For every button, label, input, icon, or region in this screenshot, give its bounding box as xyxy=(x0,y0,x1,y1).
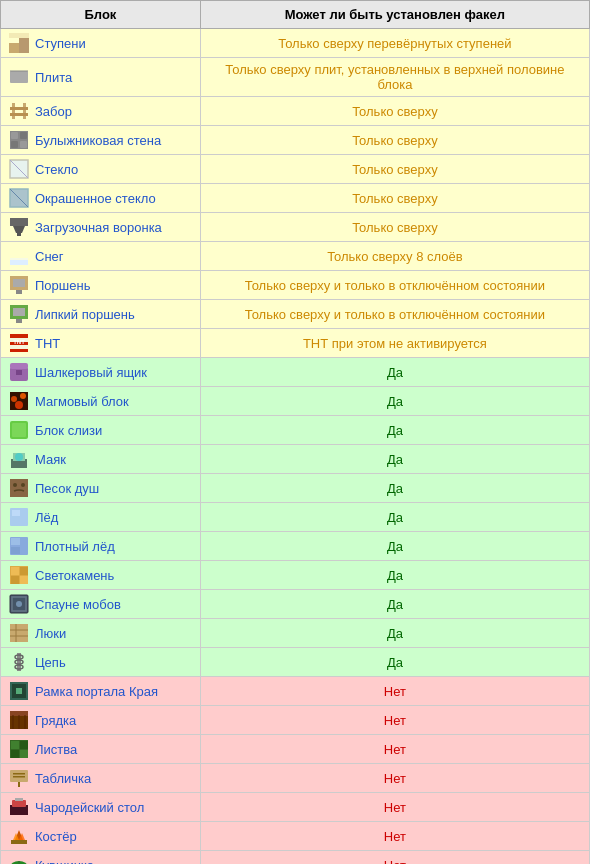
block-name-fence: Забор xyxy=(35,104,72,119)
value-cell-ice: Да xyxy=(200,503,589,532)
svg-rect-18 xyxy=(10,218,28,226)
block-name-glowstone: Светокамень xyxy=(35,568,114,583)
value-cell-beacon: Да xyxy=(200,445,589,474)
value-cell-magma: Да xyxy=(200,387,589,416)
block-cell-farmland: Грядка xyxy=(1,706,201,735)
svg-rect-52 xyxy=(11,547,20,554)
block-cell-trapdoor: Люки xyxy=(1,619,201,648)
svg-rect-80 xyxy=(11,750,19,758)
sign-icon xyxy=(9,768,29,788)
block-cell-tnt: TNT ТНТ xyxy=(1,329,201,358)
svg-marker-19 xyxy=(13,226,25,233)
svg-rect-11 xyxy=(20,132,27,139)
block-name-sticky_piston: Липкий поршень xyxy=(35,307,135,322)
value-text-shulker_box: Да xyxy=(387,365,403,380)
value-text-tnt: ТНТ при этом не активируется xyxy=(303,336,487,351)
enchanting-icon xyxy=(9,797,29,817)
value-cell-steps: Только сверху перевёрнутых ступеней xyxy=(200,29,589,58)
value-cell-campfire: Нет xyxy=(200,822,589,851)
table-row: Загрузочная воронка Только сверху xyxy=(1,213,590,242)
block-cell-hopper: Загрузочная воронка xyxy=(1,213,201,242)
value-cell-mob_spawner: Да xyxy=(200,590,589,619)
value-text-magma: Да xyxy=(387,394,403,409)
block-name-snow: Снег xyxy=(35,249,64,264)
svg-rect-54 xyxy=(11,567,19,575)
block-cell-soul_sand: Песок душ xyxy=(1,474,201,503)
block-name-farmland: Грядка xyxy=(35,713,76,728)
value-text-sticky_piston: Только сверху и только в отключённом сос… xyxy=(245,307,545,322)
block-name-steps: Ступени xyxy=(35,36,86,51)
value-text-leaves: Нет xyxy=(384,742,406,757)
header-block: Блок xyxy=(1,1,201,29)
svg-text:TNT: TNT xyxy=(13,339,25,345)
main-table: Блок Может ли быть установлен факел Ступ… xyxy=(0,0,590,864)
block-cell-sticky_piston: Липкий поршень xyxy=(1,300,201,329)
block-name-stained_glass: Окрашенное стекло xyxy=(35,191,156,206)
svg-rect-8 xyxy=(10,113,28,116)
value-text-cobblestone_wall: Только сверху xyxy=(352,133,437,148)
table-row: Липкий поршень Только сверху и только в … xyxy=(1,300,590,329)
table-row: Светокамень Да xyxy=(1,561,590,590)
block-name-soul_sand: Песок душ xyxy=(35,481,99,496)
block-cell-leaves: Листва xyxy=(1,735,201,764)
steps-icon xyxy=(9,33,29,53)
value-text-snow: Только сверху 8 слоёв xyxy=(327,249,463,264)
block-name-trapdoor: Люки xyxy=(35,626,66,641)
table-row: Булыжниковая стена Только сверху xyxy=(1,126,590,155)
svg-point-44 xyxy=(15,453,23,461)
table-row: Кувшинка Нет xyxy=(1,851,590,865)
svg-rect-28 xyxy=(16,319,22,323)
block-cell-cobblestone_wall: Булыжниковая стена xyxy=(1,126,201,155)
block-cell-chain: Цепь xyxy=(1,648,201,677)
block-name-campfire: Костёр xyxy=(35,829,77,844)
svg-rect-2 xyxy=(9,33,29,38)
value-cell-piston: Только сверху и только в отключённом сос… xyxy=(200,271,589,300)
table-row: Магмовый блок Да xyxy=(1,387,590,416)
value-text-farmland: Нет xyxy=(384,713,406,728)
stained_glass-icon xyxy=(9,188,29,208)
value-text-packed_ice: Да xyxy=(387,539,403,554)
table-row: Костёр Нет xyxy=(1,822,590,851)
shulker-icon xyxy=(9,362,29,382)
hopper-icon xyxy=(9,217,29,237)
slime-icon xyxy=(9,420,29,440)
svg-rect-79 xyxy=(20,741,28,749)
value-text-steps: Только сверху перевёрнутых ступеней xyxy=(278,36,511,51)
table-row: Лёд Да xyxy=(1,503,590,532)
value-text-soul_sand: Да xyxy=(387,481,403,496)
svg-rect-81 xyxy=(20,750,28,758)
trapdoor-icon xyxy=(9,623,29,643)
value-cell-glass: Только сверху xyxy=(200,155,589,184)
snow-icon xyxy=(9,246,29,266)
value-cell-soul_sand: Да xyxy=(200,474,589,503)
block-name-tnt: ТНТ xyxy=(35,336,60,351)
value-cell-trapdoor: Да xyxy=(200,619,589,648)
header-torch: Может ли быть установлен факел xyxy=(200,1,589,29)
beacon-icon xyxy=(9,449,29,469)
block-name-beacon: Маяк xyxy=(35,452,66,467)
value-text-enchanting_table: Нет xyxy=(384,800,406,815)
table-row: Грядка Нет xyxy=(1,706,590,735)
value-cell-chain: Да xyxy=(200,648,589,677)
block-cell-steps: Ступени xyxy=(1,29,201,58)
svg-point-46 xyxy=(13,483,17,487)
ice-icon xyxy=(9,507,29,527)
value-text-chain: Да xyxy=(387,655,403,670)
svg-rect-6 xyxy=(23,103,26,119)
block-cell-shulker_box: Шалкеровый ящик xyxy=(1,358,201,387)
svg-rect-22 xyxy=(10,258,28,260)
block-cell-ice: Лёд xyxy=(1,503,201,532)
table-row: Плотный лёд Да xyxy=(1,532,590,561)
slab-icon xyxy=(9,67,29,87)
value-text-end_portal_frame: Нет xyxy=(384,684,406,699)
table-row: Окрашенное стекло Только сверху xyxy=(1,184,590,213)
value-cell-farmland: Нет xyxy=(200,706,589,735)
svg-rect-61 xyxy=(10,624,28,642)
tnt-icon: TNT xyxy=(9,333,29,353)
chain-icon xyxy=(9,652,29,672)
value-cell-fence: Только сверху xyxy=(200,97,589,126)
svg-rect-55 xyxy=(20,567,28,575)
block-name-leaves: Листва xyxy=(35,742,77,757)
value-text-stained_glass: Только сверху xyxy=(352,191,437,206)
svg-rect-49 xyxy=(12,510,20,516)
